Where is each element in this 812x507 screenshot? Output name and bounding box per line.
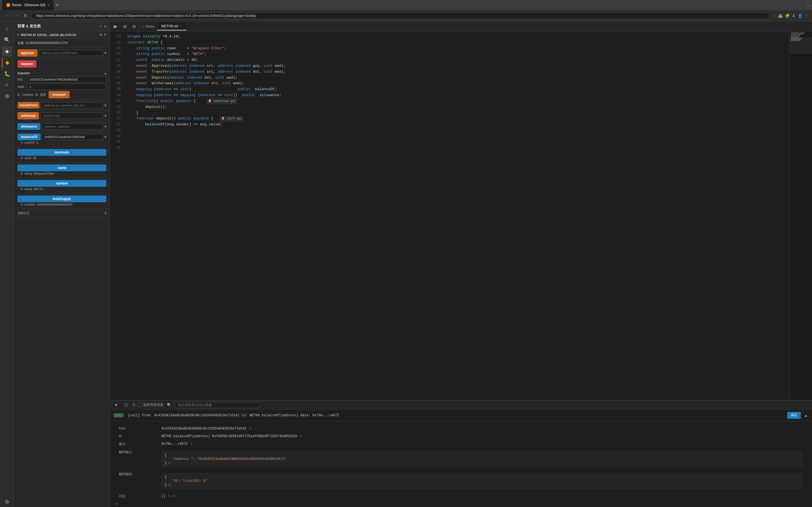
close-contract-icon[interactable]: ✕ xyxy=(104,33,106,37)
play-button[interactable]: ▶ xyxy=(112,23,119,30)
transfer-from-dropdown-icon[interactable]: ▾ xyxy=(105,103,106,107)
active-tab[interactable]: Remix - Ethereum IDE ✕ xyxy=(2,0,54,10)
debug-sidebar-button[interactable]: 🐛 xyxy=(2,69,12,79)
new-tab-button[interactable]: + xyxy=(55,2,60,8)
deploy-sidebar-button[interactable]: ◆ xyxy=(2,57,12,68)
contract-collapse-icon[interactable]: ▾ xyxy=(17,33,19,37)
monitor-label: 监听所有交易 xyxy=(143,402,163,407)
input-row: 输入 0x70a...c4672 ⧉ xyxy=(116,440,806,448)
decimals-button[interactable]: decimals xyxy=(17,149,106,156)
symbol-button[interactable]: symbol xyxy=(17,180,106,187)
tx-search-input[interactable] xyxy=(175,402,259,408)
input-copy-icon[interactable]: ⧉ xyxy=(190,442,193,445)
search-sidebar-button[interactable]: 🔍 xyxy=(2,35,12,45)
plugin-sidebar-button[interactable]: ⚙ xyxy=(2,91,12,101)
copy-contract-icon[interactable]: ⧉ xyxy=(100,33,102,37)
collapse-bottom-button[interactable]: ▴ xyxy=(803,412,809,418)
transfer-dst-input[interactable] xyxy=(27,76,106,82)
monitor-checkbox[interactable] xyxy=(139,403,142,407)
decoded-output-copy[interactable]: ⧉ xyxy=(168,483,170,487)
name-function-row: name 0: string: Wrapped Ether xyxy=(14,163,110,178)
from-row: from 0x4265A138a6E4bd6E0E46c23d34dFA26C6… xyxy=(116,425,806,432)
transact-button[interactable]: transact xyxy=(49,91,70,98)
tab-favicon xyxy=(6,3,10,7)
address-bar[interactable] xyxy=(31,12,769,19)
withdraw-dropdown-icon[interactable]: ▾ xyxy=(105,114,106,118)
withdraw-input[interactable] xyxy=(41,113,103,119)
reload-button[interactable]: ↻ xyxy=(22,12,29,19)
approve-button[interactable]: approve xyxy=(17,49,38,57)
code-line-27: event Approval(address indexed src, addr… xyxy=(128,63,786,69)
transfer-wad-input[interactable] xyxy=(27,83,106,90)
name-button[interactable]: name xyxy=(17,165,106,171)
debug-button[interactable]: 调试 xyxy=(787,412,801,419)
zoom-in-button[interactable]: ⊕ xyxy=(121,23,128,30)
log-row: 日志 [] ⧉ ⧉ xyxy=(116,492,806,500)
allowance-dropdown-icon[interactable]: ▾ xyxy=(105,124,106,128)
expand-panel-icon[interactable]: ▸ xyxy=(105,24,106,28)
extension-icon-2[interactable]: 🧩 xyxy=(785,13,790,18)
search-icon: 🔍 xyxy=(167,403,171,407)
expand-bottom-button[interactable]: ▾ xyxy=(113,402,119,408)
back-button[interactable]: ← xyxy=(3,12,10,19)
address-bar-row: ← → ↻ ☆ 🦊 🧩 ⬇ 👤 ⋮ xyxy=(0,10,812,21)
transfer-from-button[interactable]: transferFrom xyxy=(17,102,40,108)
download-icon[interactable]: ⬇ xyxy=(792,13,795,18)
transfer-from-input[interactable] xyxy=(41,102,103,108)
log-copy-icon-1[interactable]: ⧉ xyxy=(168,494,170,497)
allowance-input[interactable] xyxy=(42,123,103,129)
code-line-24: string public symbol = "WETH"; xyxy=(128,51,786,57)
contract-header: ▾ WETH9 AT 0XFEE...5201B (BLOCKCH ⧉ ✕ xyxy=(14,31,110,39)
params-label[interactable]: 参数 xyxy=(40,93,46,97)
calldata-label[interactable]: Calldata xyxy=(22,93,33,96)
git-sidebar-button[interactable]: ◈ xyxy=(2,46,12,56)
symbol-function-row: symbol 0: string: WETH xyxy=(14,178,110,194)
extension-icon-1[interactable]: 🦊 xyxy=(778,13,783,18)
withdraw-button[interactable]: withdraw xyxy=(17,112,39,119)
decoded-output-row: 解码输出 { "0": "uint256: 3" }⧉ xyxy=(116,470,806,492)
panel-title: 部署 & 发交易 xyxy=(17,24,41,29)
transfer-collapse-icon[interactable]: ▴ xyxy=(105,71,106,75)
home-sidebar-button[interactable]: ⌂ xyxy=(2,24,12,34)
to-copy-icon[interactable]: ⧉ xyxy=(300,434,302,438)
transfer-wad-label: wad: xyxy=(17,85,26,89)
log-copy-icon-2[interactable]: ⧉ xyxy=(173,494,175,497)
check-icon[interactable]: ✓ xyxy=(100,24,102,28)
allowance-button[interactable]: allowance xyxy=(17,123,40,130)
decoded-input-block: { "address ": "0x8D93313edA4e07ABD8a856c… xyxy=(161,451,803,467)
to-value: WETH9.balanceOf(address) 0xfeE60c4958140… xyxy=(158,432,806,440)
low-level-info-icon[interactable]: ℹ xyxy=(105,211,106,215)
panel-header: 部署 & 发交易 ✓ ▸ xyxy=(14,21,110,31)
stop-bottom-button[interactable]: ⬡ xyxy=(122,402,130,408)
profile-icon[interactable]: 👤 xyxy=(798,13,802,18)
balance-of-input[interactable] xyxy=(42,134,103,140)
home-tab[interactable]: ⌂ Home xyxy=(140,21,157,31)
clear-label: 0 xyxy=(133,403,135,407)
call-badge: CALL xyxy=(113,413,124,417)
total-supply-button[interactable]: totalSupply xyxy=(17,195,106,202)
decoded-input-copy[interactable]: ⧉ xyxy=(168,461,170,465)
file-tab[interactable]: WETH9.sol ✕ xyxy=(157,22,186,31)
from-copy-icon[interactable]: ⧉ xyxy=(249,427,252,430)
file-tab-close[interactable]: ✕ xyxy=(180,24,182,27)
prompt-area: > xyxy=(110,501,812,507)
tab-close-button[interactable]: ✕ xyxy=(47,4,50,7)
decoded-output-text: "0": "uint256: 3" xyxy=(173,479,207,483)
check-sidebar-button[interactable]: ✓ xyxy=(2,80,12,90)
transfer-from-function-row: transferFrom ▾ xyxy=(14,100,110,110)
approve-function-row: approve ▾ xyxy=(14,48,110,59)
code-editor[interactable]: pragma solidity ^0.4.18; contract WETH9 … xyxy=(124,32,790,400)
home-icon: ⌂ xyxy=(142,24,144,29)
balance-of-function-row: balanceOf ▾ 0: uint256: 3 xyxy=(14,132,110,147)
balance-of-button[interactable]: balanceOf xyxy=(17,133,41,140)
settings-sidebar-button[interactable]: ⚙ xyxy=(2,497,12,507)
menu-icon[interactable]: ⋮ xyxy=(805,13,809,18)
zoom-out-button[interactable]: ⊖ xyxy=(131,23,138,30)
tab-menu-icon[interactable]: ⌄ xyxy=(806,3,810,7)
bookmark-icon[interactable]: ☆ xyxy=(772,13,776,18)
forward-button[interactable]: → xyxy=(13,12,20,19)
approve-dropdown-icon[interactable]: ▾ xyxy=(105,51,106,55)
balance-of-dropdown-icon[interactable]: ▾ xyxy=(105,135,106,139)
deposit-button[interactable]: deposit xyxy=(17,60,36,68)
approve-input[interactable] xyxy=(39,50,103,56)
